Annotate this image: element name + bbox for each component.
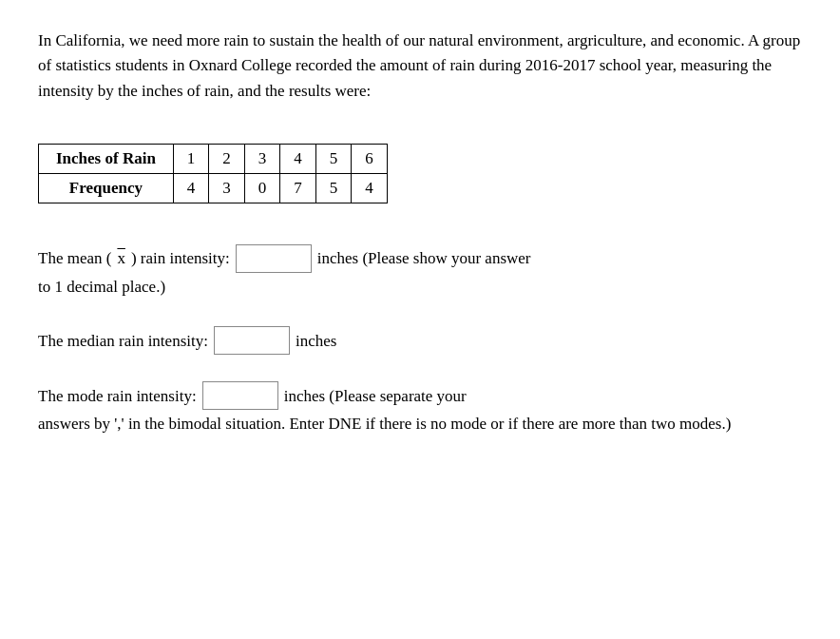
freq-col2: 3: [209, 174, 245, 203]
freq-col3: 0: [244, 174, 280, 203]
col2-header: 2: [209, 145, 245, 174]
questions-section: The mean (x) rain intensity: inches (Ple…: [38, 244, 802, 437]
row2-label: Frequency: [39, 174, 174, 203]
data-table-container: Inches of Rain 1 2 3 4 5 6 Frequency 4 3…: [38, 144, 388, 203]
table-row-frequency: Frequency 4 3 0 7 5 4: [39, 174, 388, 203]
col5-header: 5: [315, 145, 352, 174]
table-row-header: Inches of Rain 1 2 3 4 5 6: [39, 145, 388, 174]
mean-input[interactable]: [236, 244, 312, 273]
col3-header: 3: [244, 145, 280, 174]
col6-header: 6: [352, 145, 388, 174]
median-prefix: The median rain intensity:: [38, 328, 208, 354]
freq-col1: 4: [173, 174, 209, 203]
intro-paragraph: In California, we need more rain to sust…: [38, 29, 802, 104]
col4-header: 4: [280, 145, 316, 174]
mean-question-block: The mean (x) rain intensity: inches (Ple…: [38, 244, 802, 300]
mean-unit: inches (Please show your answer: [317, 245, 531, 271]
mean-question-line: The mean (x) rain intensity: inches (Ple…: [38, 244, 802, 273]
mean-xbar: x: [117, 245, 125, 271]
mode-question-line: The mode rain intensity: inches (Please …: [38, 381, 802, 410]
freq-col6: 4: [352, 174, 388, 203]
mode-question-block: The mode rain intensity: inches (Please …: [38, 381, 802, 436]
median-input[interactable]: [214, 326, 290, 355]
mode-input[interactable]: [202, 381, 278, 410]
median-unit: inches: [296, 328, 336, 354]
mode-unit: inches (Please separate your: [284, 383, 467, 409]
mode-continuation: answers by ',' in the bimodal situation.…: [38, 412, 802, 436]
row1-label: Inches of Rain: [39, 145, 174, 174]
rain-data-table: Inches of Rain 1 2 3 4 5 6 Frequency 4 3…: [38, 144, 388, 203]
mean-continuation: to 1 decimal place.): [38, 275, 802, 300]
mean-suffix: ) rain intensity:: [131, 245, 230, 271]
median-question-line: The median rain intensity: inches: [38, 326, 802, 355]
freq-col4: 7: [280, 174, 316, 203]
median-question-block: The median rain intensity: inches: [38, 326, 802, 355]
mode-prefix: The mode rain intensity:: [38, 383, 197, 409]
freq-col5: 5: [315, 174, 352, 203]
mean-prefix: The mean (: [38, 245, 111, 271]
col1-header: 1: [173, 145, 209, 174]
